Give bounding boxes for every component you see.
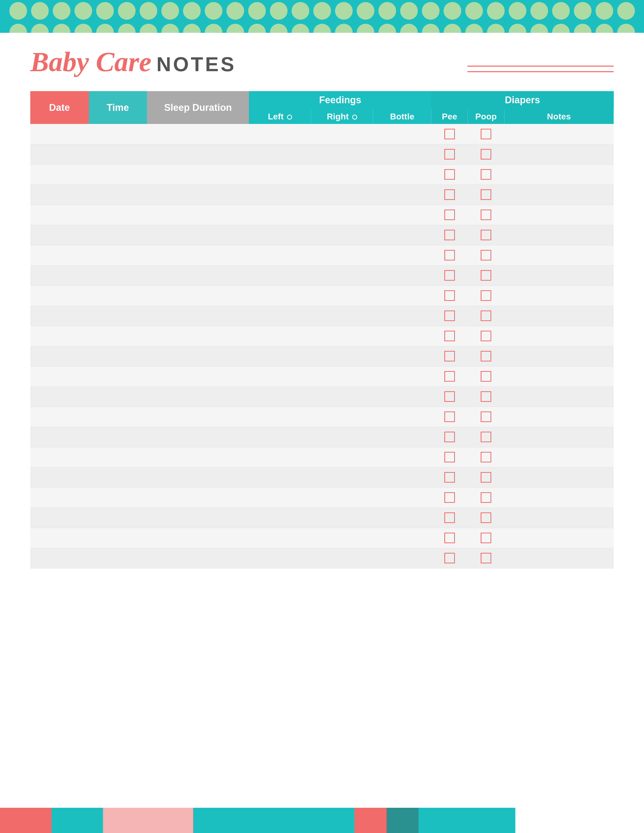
- cell-sleep[interactable]: [147, 548, 249, 568]
- cell-notes[interactable]: [504, 164, 613, 185]
- cell-sleep[interactable]: [147, 508, 249, 528]
- cell-left[interactable]: [249, 164, 311, 185]
- cell-left[interactable]: [249, 427, 311, 447]
- cell-notes[interactable]: [504, 427, 613, 447]
- cell-right[interactable]: [311, 386, 373, 407]
- cell-time[interactable]: [89, 205, 147, 225]
- cell-time[interactable]: [89, 185, 147, 205]
- cell-bottle[interactable]: [373, 265, 431, 286]
- cell-time[interactable]: [89, 326, 147, 346]
- checkbox-poop[interactable]: [481, 290, 491, 301]
- cell-sleep[interactable]: [147, 225, 249, 245]
- cell-left[interactable]: [249, 548, 311, 568]
- cell-bottle[interactable]: [373, 427, 431, 447]
- checkbox-pee[interactable]: [444, 512, 455, 523]
- cell-left[interactable]: [249, 467, 311, 487]
- cell-bottle[interactable]: [373, 508, 431, 528]
- cell-right[interactable]: [311, 528, 373, 548]
- cell-notes[interactable]: [504, 487, 613, 508]
- cell-notes[interactable]: [504, 306, 613, 326]
- cell-sleep[interactable]: [147, 366, 249, 386]
- cell-right[interactable]: [311, 144, 373, 164]
- cell-sleep[interactable]: [147, 144, 249, 164]
- cell-bottle[interactable]: [373, 124, 431, 144]
- cell-poop[interactable]: [468, 164, 504, 185]
- cell-poop[interactable]: [468, 467, 504, 487]
- cell-notes[interactable]: [504, 245, 613, 265]
- cell-pee[interactable]: [431, 386, 467, 407]
- checkbox-poop[interactable]: [481, 230, 491, 240]
- checkbox-poop[interactable]: [481, 452, 491, 462]
- cell-time[interactable]: [89, 487, 147, 508]
- cell-poop[interactable]: [468, 487, 504, 508]
- cell-time[interactable]: [89, 548, 147, 568]
- cell-sleep[interactable]: [147, 245, 249, 265]
- cell-pee[interactable]: [431, 164, 467, 185]
- cell-pee[interactable]: [431, 528, 467, 548]
- cell-time[interactable]: [89, 508, 147, 528]
- checkbox-pee[interactable]: [444, 452, 455, 462]
- cell-left[interactable]: [249, 124, 311, 144]
- cell-right[interactable]: [311, 548, 373, 568]
- cell-left[interactable]: [249, 326, 311, 346]
- cell-sleep[interactable]: [147, 427, 249, 447]
- cell-date[interactable]: [30, 427, 89, 447]
- cell-date[interactable]: [30, 326, 89, 346]
- cell-poop[interactable]: [468, 265, 504, 286]
- cell-time[interactable]: [89, 366, 147, 386]
- cell-pee[interactable]: [431, 245, 467, 265]
- cell-notes[interactable]: [504, 185, 613, 205]
- cell-right[interactable]: [311, 407, 373, 427]
- cell-notes[interactable]: [504, 124, 613, 144]
- cell-time[interactable]: [89, 346, 147, 366]
- cell-pee[interactable]: [431, 548, 467, 568]
- cell-poop[interactable]: [468, 225, 504, 245]
- cell-pee[interactable]: [431, 346, 467, 366]
- cell-left[interactable]: [249, 265, 311, 286]
- cell-right[interactable]: [311, 205, 373, 225]
- cell-date[interactable]: [30, 265, 89, 286]
- checkbox-pee[interactable]: [444, 290, 455, 301]
- cell-sleep[interactable]: [147, 164, 249, 185]
- cell-sleep[interactable]: [147, 306, 249, 326]
- cell-right[interactable]: [311, 447, 373, 467]
- cell-left[interactable]: [249, 185, 311, 205]
- checkbox-poop[interactable]: [481, 270, 491, 281]
- cell-time[interactable]: [89, 245, 147, 265]
- cell-right[interactable]: [311, 427, 373, 447]
- checkbox-pee[interactable]: [444, 270, 455, 281]
- cell-bottle[interactable]: [373, 548, 431, 568]
- cell-right[interactable]: [311, 265, 373, 286]
- cell-pee[interactable]: [431, 225, 467, 245]
- cell-notes[interactable]: [504, 225, 613, 245]
- cell-bottle[interactable]: [373, 528, 431, 548]
- checkbox-poop[interactable]: [481, 149, 491, 159]
- checkbox-pee[interactable]: [444, 472, 455, 482]
- cell-bottle[interactable]: [373, 487, 431, 508]
- cell-bottle[interactable]: [373, 306, 431, 326]
- cell-sleep[interactable]: [147, 265, 249, 286]
- cell-right[interactable]: [311, 245, 373, 265]
- cell-time[interactable]: [89, 447, 147, 467]
- cell-right[interactable]: [311, 326, 373, 346]
- cell-pee[interactable]: [431, 467, 467, 487]
- checkbox-pee[interactable]: [444, 371, 455, 382]
- checkbox-poop[interactable]: [481, 532, 491, 543]
- checkbox-poop[interactable]: [481, 250, 491, 261]
- cell-bottle[interactable]: [373, 286, 431, 306]
- checkbox-pee[interactable]: [444, 209, 455, 220]
- checkbox-pee[interactable]: [444, 391, 455, 402]
- cell-time[interactable]: [89, 265, 147, 286]
- checkbox-poop[interactable]: [481, 553, 491, 563]
- checkbox-poop[interactable]: [481, 512, 491, 523]
- cell-time[interactable]: [89, 467, 147, 487]
- cell-sleep[interactable]: [147, 447, 249, 467]
- checkbox-pee[interactable]: [444, 310, 455, 321]
- cell-right[interactable]: [311, 306, 373, 326]
- cell-left[interactable]: [249, 487, 311, 508]
- cell-time[interactable]: [89, 225, 147, 245]
- cell-sleep[interactable]: [147, 346, 249, 366]
- cell-bottle[interactable]: [373, 225, 431, 245]
- cell-notes[interactable]: [504, 366, 613, 386]
- cell-date[interactable]: [30, 346, 89, 366]
